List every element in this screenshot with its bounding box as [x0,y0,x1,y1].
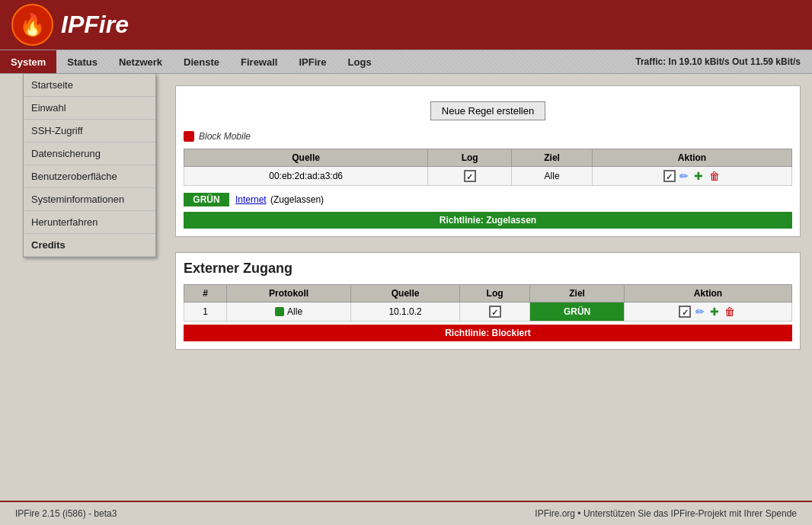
col2-quelle: Quelle [351,285,460,303]
edit-icon-2[interactable]: ✏ [695,306,705,318]
col-quelle: Quelle [184,149,428,167]
sidebar-item-startseite[interactable]: Startseite [24,74,155,97]
protocol-dot [275,307,284,316]
site-title: IPFire [61,11,129,39]
blocked-row: Block Mobile [184,128,792,145]
sidebar-item-einwahl[interactable]: Einwahl [24,97,155,120]
col2-protokoll: Protokoll [227,285,351,303]
page-content: Neue Regel erstellen Block Mobile Quelle… [164,74,812,501]
nav-netzwerk[interactable]: Netzwerk [108,50,173,73]
log-checkbox-2[interactable] [489,306,501,318]
protocol-label: Alle [287,306,302,317]
internet-label: Internet (Zugelassen) [235,194,324,205]
sidebar-item-ssh[interactable]: SSH-Zugriff [24,120,155,142]
new-rule-button[interactable]: Neue Regel erstellen [430,101,545,120]
col2-aktion: Aktion [624,285,791,303]
sidebar-item-benutzeroberflaeche[interactable]: Benutzeroberfläche [24,165,155,188]
logo: 🔥 [11,4,53,46]
col2-num: # [184,285,227,303]
row2-dest: GRÜN [530,303,625,322]
nav-status[interactable]: Status [56,50,108,73]
source-cell: 00:eb:2d:ad:a3:d6 [184,167,428,186]
network-row: GRÜN Internet (Zugelassen) [184,190,792,209]
row2-protocol: Alle [227,303,351,322]
table-row: 1 Alle 10.1.0.2 GRÜN [184,303,792,322]
copy-icon[interactable]: ✚ [694,170,703,182]
nav-dienste[interactable]: Dienste [173,50,230,73]
firewall-table-1: Quelle Log Ziel Aktion 00:eb:2d:ad:a3:d6… [184,149,792,186]
blocked-dot-icon [184,131,194,142]
nav-system[interactable]: System [0,50,56,73]
dest-cell: Alle [512,167,593,186]
main-content: Startseite Einwahl SSH-Zugriff Datensich… [0,74,812,501]
section2-title: Externer Zugang [184,261,792,277]
internet-link[interactable]: Internet [235,194,267,205]
enable-checkbox-2[interactable] [679,306,691,318]
sidebar-item-systeminformationen[interactable]: Systeminformationen [24,188,155,211]
delete-icon-2[interactable]: 🗑 [724,306,735,318]
blocked-label: Block Mobile [199,131,251,142]
new-rule-btn-row: Neue Regel erstellen [184,94,792,128]
col-log: Log [428,149,512,167]
sidebar-item-datensicherung[interactable]: Datensicherung [24,142,155,165]
log-checkbox[interactable] [464,170,476,182]
row2-log [459,303,529,322]
sidebar-item-herunterfahren[interactable]: Herunterfahren [24,211,155,234]
sidebar-dropdown: Startseite Einwahl SSH-Zugriff Datensich… [23,74,156,258]
action-cell: ✏ ✚ 🗑 [593,167,792,186]
firewall-table-2: # Protokoll Quelle Log Ziel Aktion 1 [184,284,792,322]
internet-note: (Zugelassen) [270,194,324,205]
nav-logs[interactable]: Logs [337,50,382,73]
enable-checkbox[interactable] [663,170,676,182]
footer-right: IPFire.org • Unterstützen Sie das IPFire… [535,508,797,519]
sidebar-item-credits[interactable]: Credits [24,234,155,257]
col2-ziel: Ziel [530,285,625,303]
nav-firewall[interactable]: Firewall [230,50,288,73]
table-row: 00:eb:2d:ad:a3:d6 Alle ✏ ✚ 🗑 [184,167,792,186]
copy-icon-2[interactable]: ✚ [710,306,719,318]
gruen-badge: GRÜN [184,193,229,206]
policy-bar-2: Richtlinie: Blockiert [184,325,792,341]
header: 🔥 IPFire [0,0,812,50]
footer-left: IPFire 2.15 (i586) - beta3 [15,508,117,519]
row2-num: 1 [184,303,227,322]
footer: IPFire 2.15 (i586) - beta3 IPFire.org • … [0,501,812,525]
rule-panel-1: Neue Regel erstellen Block Mobile Quelle… [175,85,801,237]
logo-icon: 🔥 [19,12,46,37]
navbar: System Status Netzwerk Dienste Firewall … [0,50,812,74]
edit-icon[interactable]: ✏ [679,170,689,182]
delete-icon[interactable]: 🗑 [709,170,720,182]
col-ziel: Ziel [512,149,593,167]
col2-log: Log [459,285,529,303]
policy-bar-1: Richtlinie: Zugelassen [184,212,792,229]
rule-panel-2: Externer Zugang # Protokoll Quelle Log Z… [175,252,801,350]
row2-source: 10.1.0.2 [351,303,460,322]
nav-ipfire[interactable]: IPFire [288,50,337,73]
row2-action: ✏ ✚ 🗑 [624,303,791,322]
log-cell [428,167,512,186]
traffic-info: Traffic: In 19.10 kBit/s Out 11.59 kBit/… [635,56,812,67]
col-aktion: Aktion [593,149,792,167]
